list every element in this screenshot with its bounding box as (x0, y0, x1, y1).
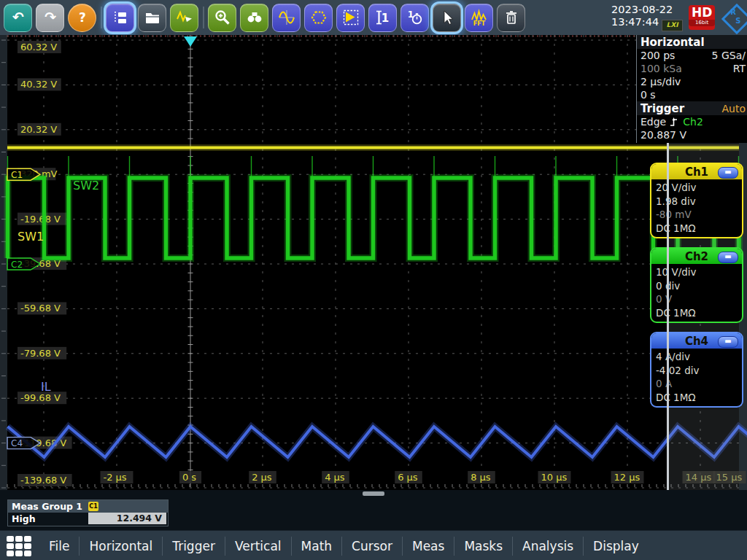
sample-rate-value: 5 GSa/ (712, 50, 746, 61)
display-settings-icon[interactable] (106, 4, 134, 32)
timer-icon[interactable]: 1 (400, 4, 429, 32)
measure-icon[interactable]: 1 (368, 4, 397, 32)
cursor-select-icon[interactable] (433, 4, 461, 32)
resolution-value: 200 ps (640, 50, 675, 61)
x-axis-label: 0 s (179, 471, 201, 483)
svg-text:40.32 V: 40.32 V (20, 79, 57, 90)
y-axis-label: -79.68 V (18, 347, 66, 359)
apps-menu-icon[interactable] (6, 535, 32, 557)
sw1-wave-label: SW1 (18, 230, 44, 244)
zoom-icon[interactable] (208, 4, 236, 32)
channel4-minimize-button[interactable]: ▬ (718, 336, 738, 348)
svg-text:12 µs: 12 µs (614, 472, 640, 483)
x-axis-label: 2 µs (249, 471, 276, 483)
channel4-box[interactable]: Ch4▬ 4 A/div -4.02 div 0 A DC 1MΩ (650, 332, 743, 408)
svg-text:8 µs: 8 µs (471, 472, 491, 483)
menu-item-trigger[interactable]: Trigger (162, 537, 225, 556)
channel1-title: Ch1 (685, 166, 708, 179)
y-axis-label: 60.32 V (18, 41, 61, 53)
svg-text:-99.68 V: -99.68 V (20, 392, 61, 403)
toolbar-separator (101, 7, 102, 28)
undo-icon[interactable]: ↶ (4, 4, 32, 32)
channel1-box[interactable]: Ch1▬ 20 V/div 1.98 div -80 mV DC 1MΩ (650, 163, 743, 238)
lxi-badge: LXI (662, 20, 683, 31)
file-open-icon[interactable] (138, 4, 166, 32)
menu-item-meas[interactable]: Meas (402, 537, 454, 556)
trigger-panel-title: Trigger (640, 102, 684, 115)
channel2-box[interactable]: Ch2▬ 10 V/div 0 div 0 V DC 1MΩ (650, 247, 743, 323)
x-axis-label: -2 µs (101, 471, 133, 483)
measurement-name: High (12, 513, 36, 524)
measurement-value: 12.494 V (88, 513, 166, 524)
math-waveform-icon[interactable] (272, 4, 301, 32)
horizontal-scrollbar-handle[interactable] (363, 491, 384, 496)
menu-item-math[interactable]: Math (291, 537, 342, 556)
menu-item-display[interactable]: Display (583, 537, 649, 556)
sw2-wave-label: SW2 (73, 179, 99, 192)
svg-text:20.32 V: 20.32 V (20, 124, 57, 135)
menu-item-masks[interactable]: Masks (454, 537, 512, 556)
hd-mode-badge[interactable]: HD 16bit (689, 5, 715, 30)
svg-text:1: 1 (381, 12, 388, 25)
svg-text:60.32 V: 60.32 V (20, 42, 57, 52)
menu-item-horizontal[interactable]: Horizontal (79, 537, 162, 556)
y-axis-label: -59.68 V (18, 302, 66, 314)
svg-text:↶: ↶ (12, 9, 24, 25)
horizontal-position-value: 0 s (640, 89, 656, 101)
measurement-panel[interactable]: Meas Group 1 C1 High 12.494 V (7, 499, 169, 526)
signal-annotation-icon[interactable] (170, 4, 198, 32)
bottom-strip: Meas Group 1 C1 High 12.494 V (0, 490, 747, 530)
help-icon[interactable]: ? (68, 4, 96, 32)
mask-test-icon[interactable] (304, 4, 333, 32)
svg-text:0 s: 0 s (182, 472, 196, 483)
panel-divider-handle[interactable] (667, 143, 669, 530)
svg-text:?: ? (79, 10, 86, 25)
x-axis-label: 8 µs (468, 471, 495, 483)
channel1-minimize-button[interactable]: ▬ (718, 167, 738, 179)
menu-item-analysis[interactable]: Analysis (512, 537, 583, 556)
delete-icon[interactable] (497, 4, 525, 32)
measurement-row: High 12.494 V (8, 513, 168, 525)
rising-edge-icon (670, 117, 680, 127)
search-icon[interactable] (240, 4, 268, 32)
trigger-type-value: Edge (640, 116, 666, 128)
y-axis-label: 40.32 V (18, 78, 61, 90)
toolbar-separator (203, 7, 204, 28)
time-label: 13:47:44 (611, 16, 659, 28)
record-length-value: 100 kSa (640, 63, 682, 74)
acquisition-info-panel[interactable]: Horizontal 200 ps5 GSa/ 100 kSaRT 2 µs/d… (636, 35, 747, 143)
reference-flag-icon[interactable] (336, 4, 365, 32)
menu-item-file[interactable]: File (39, 537, 79, 556)
channel4-title: Ch4 (685, 335, 708, 348)
svg-text:C1: C1 (11, 170, 23, 180)
channel2-minimize-button[interactable]: ▬ (718, 252, 738, 263)
toolbar-icons: ↶↷?11FFT (0, 4, 525, 32)
x-axis-label: 4 µs (322, 471, 349, 483)
svg-text:-2 µs: -2 µs (104, 472, 127, 483)
svg-text:2 µs: 2 µs (252, 472, 272, 483)
svg-text:15 µs: 15 µs (716, 472, 743, 483)
top-toolbar: ↶↷?11FFT 2023-08-22 13:47:44LXI HD 16bit… (0, 0, 747, 36)
menu-item-vertical[interactable]: Vertical (225, 537, 291, 556)
svg-text:C2: C2 (11, 260, 23, 270)
trigger-level-value: 20.887 V (640, 129, 686, 141)
menu-item-cursor[interactable]: Cursor (341, 537, 402, 556)
waveform-display[interactable]: 60.32 V40.32 V20.32 V320 mV-19.68 V-39.6… (0, 35, 747, 490)
fft-icon[interactable]: FFT (465, 4, 493, 32)
timebase-scale-value: 2 µs/div (640, 76, 681, 88)
redo-icon[interactable]: ↷ (36, 4, 64, 32)
svg-text:-59.68 V: -59.68 V (20, 303, 61, 314)
y-axis-label: -139.68 V (18, 474, 72, 486)
svg-text:14 µs: 14 µs (686, 472, 712, 483)
x-axis-label-dim: 15 µs (713, 471, 746, 483)
svg-text:-79.68 V: -79.68 V (20, 348, 61, 359)
x-axis-label-dim: 14 µs (683, 471, 716, 483)
rt-mode-value: RT (733, 63, 746, 74)
measurement-source-badge: C1 (88, 502, 98, 511)
svg-text:4 µs: 4 µs (325, 472, 345, 483)
x-axis-label: 12 µs (611, 471, 644, 483)
svg-text:-139.68 V: -139.68 V (20, 475, 66, 486)
svg-text:FFT: FFT (473, 20, 485, 27)
measurement-group-title: Meas Group 1 (12, 501, 82, 512)
il-wave-label: IL (41, 380, 51, 394)
